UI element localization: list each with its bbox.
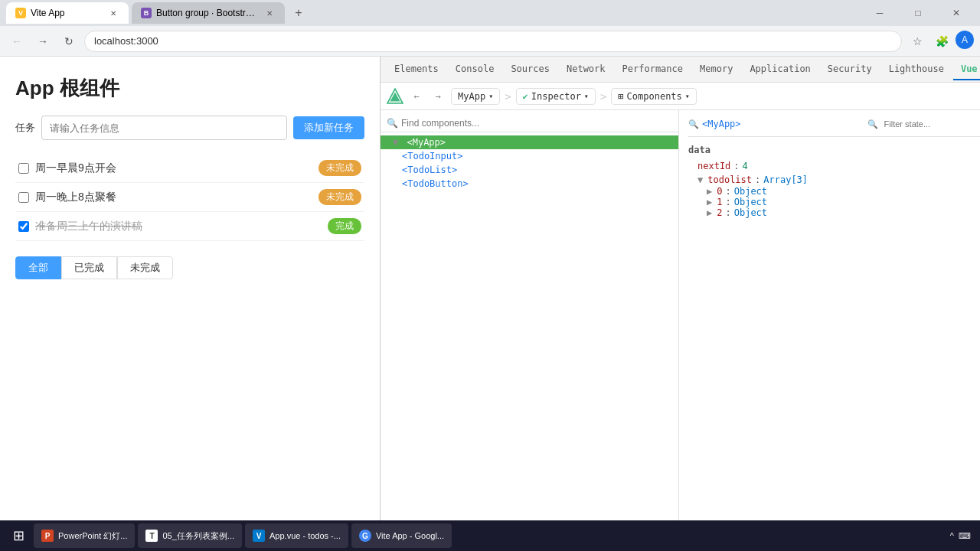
- todo-checkbox-3[interactable]: [18, 221, 29, 232]
- item2-toggle-icon[interactable]: ▶: [707, 207, 712, 218]
- data-row-item-0: ▶ 0 : Object: [688, 186, 980, 197]
- tab-performance[interactable]: Performance: [615, 59, 691, 80]
- todo-text-1: 周一早晨9点开会: [35, 161, 116, 175]
- toolbar-icons: ☆ 🧩 A: [906, 31, 974, 52]
- tab-elements[interactable]: Elements: [387, 59, 446, 80]
- components-dropdown[interactable]: ⊞ Components ▾: [611, 88, 697, 105]
- filter-undone-button[interactable]: 未完成: [117, 256, 173, 279]
- myapp-node: <MyApp>: [407, 137, 446, 148]
- tab-bootstrap[interactable]: B Button group · Bootstrap v4.5 ✕: [132, 2, 285, 24]
- task-input[interactable]: [41, 116, 287, 140]
- tab-security[interactable]: Security: [820, 59, 880, 80]
- todo-item-left-2: 周一晚上8点聚餐: [18, 191, 116, 204]
- tab-application[interactable]: Application: [742, 59, 818, 80]
- nextid-value: 4: [743, 161, 748, 171]
- tree-item-todolist[interactable]: <TodoList>: [381, 163, 678, 177]
- vue-forward-button[interactable]: →: [430, 88, 446, 105]
- taskbar-item-texteditor[interactable]: T 05_任务列表案例...: [138, 523, 242, 548]
- inspected-component-name: <MyApp>: [702, 119, 741, 129]
- vue-logo-icon: [387, 88, 403, 105]
- todo-checkbox-2[interactable]: [18, 192, 29, 203]
- refresh-button[interactable]: ↻: [58, 31, 80, 52]
- taskbar-chrome-label: Vite App - Googl...: [376, 531, 444, 540]
- forward-button[interactable]: →: [32, 31, 54, 52]
- inspector-label: Inspector: [531, 91, 581, 102]
- inspector-toolbar: 🔍 <MyApp> 🔍 </> ✏ ↗: [688, 116, 980, 137]
- tab-sources[interactable]: Sources: [503, 59, 557, 80]
- chrome-icon: G: [359, 530, 371, 542]
- colon-1: :: [733, 161, 739, 171]
- colon-2: :: [755, 174, 760, 185]
- tab-memory[interactable]: Memory: [692, 59, 740, 80]
- maximize-button[interactable]: □: [900, 0, 936, 26]
- start-button[interactable]: ⊞: [6, 523, 31, 548]
- extensions-icon[interactable]: 🧩: [931, 31, 952, 52]
- close-button[interactable]: ✕: [939, 0, 974, 26]
- taskbar-item-vscode[interactable]: V App.vue - todos -...: [245, 523, 348, 548]
- browser-titlebar: V Vite App ✕ B Button group · Bootstrap …: [0, 0, 980, 26]
- inspector-chevron-icon: ▾: [584, 92, 589, 100]
- tab-lighthouse[interactable]: Lighthouse: [881, 59, 952, 80]
- new-tab-button[interactable]: +: [288, 2, 309, 24]
- taskbar-item-chrome[interactable]: G Vite App - Googl...: [351, 523, 452, 548]
- component-tree: 🔍 ▼ <MyApp> <TodoInput> <TodoList> <To: [381, 110, 679, 520]
- filter-done-button[interactable]: 已完成: [61, 256, 117, 279]
- tree-item-myapp[interactable]: ▼ <MyApp>: [381, 135, 678, 149]
- item2-key: 2: [717, 207, 722, 218]
- tab-console[interactable]: Console: [448, 59, 502, 80]
- vite-tab-close[interactable]: ✕: [107, 7, 119, 19]
- item1-key: 1: [717, 197, 722, 207]
- todo-checkbox-1[interactable]: [18, 163, 29, 174]
- todo-badge-2: 未完成: [318, 189, 361, 205]
- todo-item-left: 周一早晨9点开会: [18, 161, 116, 175]
- item0-toggle-icon[interactable]: ▶: [707, 186, 712, 197]
- vue-back-button[interactable]: ←: [408, 88, 425, 105]
- vscode-icon: V: [253, 530, 265, 542]
- minimize-button[interactable]: ─: [862, 0, 897, 26]
- address-bar[interactable]: localhost:3000: [84, 31, 902, 52]
- inspector-dropdown[interactable]: ✔ Inspector ▾: [516, 88, 596, 105]
- item0-key: 0: [717, 186, 722, 197]
- tab-vue[interactable]: Vue: [953, 59, 980, 80]
- filter-all-button[interactable]: 全部: [15, 256, 61, 279]
- tree-item-todobutton[interactable]: <TodoButton>: [381, 177, 678, 191]
- todolist-type: Array[3]: [763, 174, 808, 185]
- todobutton-node: <TodoButton>: [402, 178, 469, 189]
- find-components-input[interactable]: [401, 118, 672, 129]
- bootstrap-tab-close[interactable]: ✕: [263, 7, 276, 19]
- filter-state-input[interactable]: [884, 119, 980, 129]
- taskbar: ⊞ P PowerPoint 幻灯... T 05_任务列表案例... V Ap…: [0, 520, 980, 551]
- item1-toggle-icon[interactable]: ▶: [707, 197, 712, 207]
- bookmark-icon[interactable]: ☆: [906, 31, 928, 52]
- data-row-item-1: ▶ 1 : Object: [688, 197, 980, 207]
- todoinput-node: <TodoInput>: [402, 151, 462, 161]
- grid-icon: ⊞: [618, 91, 623, 102]
- tray-keyboard-icon[interactable]: ⌨: [959, 531, 971, 541]
- inspector-panel: 🔍 <MyApp> 🔍 </> ✏ ↗: [679, 110, 980, 520]
- filter-buttons: 全部 已完成 未完成: [15, 256, 364, 279]
- add-task-button[interactable]: 添加新任务: [293, 116, 364, 139]
- data-row-todolist: ▼ todolist : Array[3]: [688, 174, 980, 186]
- todo-text-3: 准备周三上午的演讲稿: [35, 220, 142, 233]
- profile-icon[interactable]: A: [956, 31, 974, 49]
- my-app-dropdown[interactable]: MyApp ▾: [451, 88, 500, 105]
- address-text: localhost:3000: [94, 35, 158, 47]
- vue-panel-body: 🔍 ▼ <MyApp> <TodoInput> <TodoList> <To: [381, 110, 980, 520]
- taskbar-texteditor-label: 05_任务列表案例...: [162, 530, 234, 542]
- tree-item-todoinput[interactable]: <TodoInput>: [381, 149, 678, 163]
- item2-type: Object: [734, 207, 767, 218]
- taskbar-item-powerpoint[interactable]: P PowerPoint 幻灯...: [34, 523, 135, 548]
- todolist-toggle-icon[interactable]: ▼: [697, 174, 703, 185]
- item1-type: Object: [734, 197, 767, 207]
- todo-text-2: 周一晚上8点聚餐: [35, 191, 116, 204]
- back-button[interactable]: ←: [6, 31, 28, 52]
- devtools-panel: Elements Console Sources Network Perform…: [381, 57, 980, 520]
- bootstrap-favicon: B: [141, 8, 152, 18]
- tab-vite[interactable]: V Vite App ✕: [6, 2, 129, 24]
- data-section: data nextId : 4 ▼ todolist : Array[3]: [688, 143, 980, 218]
- data-section-header: data: [688, 143, 980, 157]
- tray-up-icon[interactable]: ^: [950, 531, 954, 540]
- data-row-nextid: nextId : 4: [688, 160, 980, 172]
- table-row: 准备周三上午的演讲稿 完成: [15, 212, 364, 241]
- tab-network[interactable]: Network: [559, 59, 613, 80]
